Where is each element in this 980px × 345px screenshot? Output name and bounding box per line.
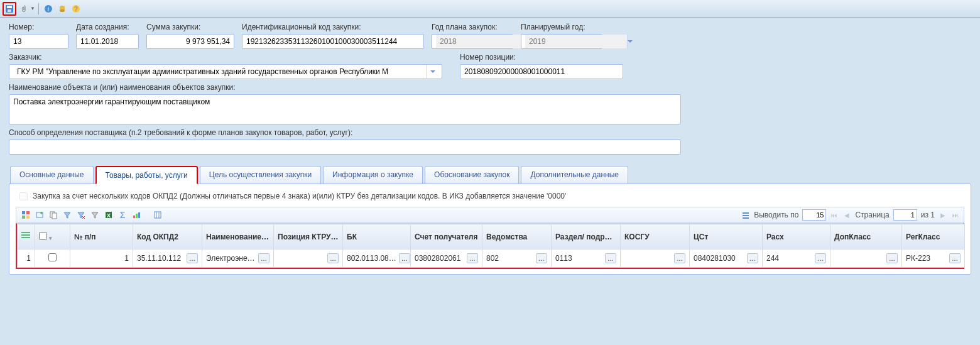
cell-vedom[interactable]: 802… <box>482 249 552 268</box>
okpd-multi-checkbox[interactable] <box>19 192 28 200</box>
col-chk[interactable]: ▾ <box>35 224 70 249</box>
col-dopklass[interactable]: ДопКласс <box>830 224 902 249</box>
input-supplier-method[interactable] <box>9 140 681 155</box>
col-ktru[interactable]: Позиция КТРУ ЕИС <box>274 224 343 249</box>
input-sum[interactable] <box>146 34 234 49</box>
input-date[interactable] <box>76 34 139 49</box>
field-date: Дата создания: <box>76 23 139 49</box>
field-number: Номер: <box>9 23 68 49</box>
input-position-no[interactable] <box>460 64 623 79</box>
row-checkbox[interactable] <box>48 253 57 261</box>
cell-ktru[interactable]: … <box>274 249 343 268</box>
cell-kosgu[interactable]: … <box>621 249 690 268</box>
lookup-button[interactable]: … <box>536 253 547 263</box>
chevron-down-icon[interactable] <box>427 65 438 79</box>
tab-info[interactable]: Информация о закупке <box>323 166 423 183</box>
svg-rect-26 <box>743 212 749 214</box>
col-account[interactable]: Счет получателя <box>411 224 482 249</box>
cell-chk[interactable] <box>35 249 70 268</box>
select-all-checkbox[interactable] <box>39 232 47 240</box>
tab-just[interactable]: Обоснование закупок <box>425 166 519 183</box>
menu-icon[interactable] <box>21 232 30 239</box>
cell-rasx[interactable]: 244… <box>763 249 830 268</box>
tab-purpose[interactable]: Цель осуществления закупки <box>200 166 321 183</box>
pager: Выводить по ⏮ ◀ Страница из 1 ▶ ⏭ <box>754 209 960 221</box>
col-razdel[interactable]: Раздел/ подраздел <box>552 224 621 249</box>
add-row-icon[interactable] <box>34 209 45 221</box>
svg-text:i: i <box>48 6 50 13</box>
columns-icon[interactable] <box>152 209 163 221</box>
tab-goods[interactable]: Товары, работы, услуги <box>95 166 198 184</box>
cell-regklass[interactable]: РК-223… <box>902 249 965 268</box>
filter-icon[interactable] <box>62 209 73 221</box>
input-ikz[interactable] <box>242 34 424 49</box>
attach-dropdown-icon[interactable]: ▼ <box>30 6 35 11</box>
svg-rect-27 <box>743 215 749 216</box>
lookup-button[interactable]: … <box>258 253 270 263</box>
col-rasx[interactable]: Расх <box>763 224 830 249</box>
pager-next-icon[interactable]: ▶ <box>939 211 947 219</box>
input-customer[interactable] <box>13 65 427 79</box>
funnel-icon[interactable] <box>89 209 101 221</box>
lookup-button[interactable]: … <box>399 253 410 263</box>
tab-extra[interactable]: Дополнительные данные <box>521 166 628 183</box>
cell-dopklass[interactable]: … <box>830 249 902 268</box>
info-button[interactable]: i <box>42 3 55 15</box>
svg-rect-28 <box>743 217 749 219</box>
col-kosgu[interactable]: КОСГУ <box>621 224 690 249</box>
lookup-button[interactable]: … <box>467 253 478 263</box>
cell-cst[interactable]: 0840281030… <box>690 249 763 268</box>
col-okpd2name[interactable]: Наименование ОКПД2 <box>202 224 274 249</box>
attach-button[interactable] <box>18 3 30 15</box>
svg-rect-21 <box>136 214 138 218</box>
col-npp[interactable]: № п/п <box>70 224 133 249</box>
col-okpd2[interactable]: Код ОКПД2 <box>133 224 202 249</box>
pager-page-input[interactable] <box>893 209 917 221</box>
lookup-button[interactable]: … <box>187 253 198 263</box>
table-row[interactable]: 1135.11.10.112…Электроэне………802.0113.08…… <box>18 249 965 268</box>
pager-showby-input[interactable] <box>802 209 826 221</box>
svg-rect-16 <box>52 213 57 219</box>
tree-icon[interactable] <box>20 209 31 221</box>
textarea-object-name[interactable]: Поставка электроэнергии гарантирующим по… <box>9 94 681 124</box>
data-grid: ▾№ п/пКод ОКПД2Наименование ОКПД2Позиция… <box>17 224 965 268</box>
lookup-button[interactable]: … <box>747 253 758 263</box>
copy-icon[interactable] <box>48 209 59 221</box>
col-bk[interactable]: БК <box>343 224 411 249</box>
pager-prev-icon[interactable]: ◀ <box>842 211 851 219</box>
db-button[interactable] <box>56 3 68 15</box>
cell-okpd2name[interactable]: Электроэне…… <box>202 249 274 268</box>
cell-razdel[interactable]: 0113… <box>552 249 621 268</box>
pager-last-icon[interactable]: ⏭ <box>951 211 960 219</box>
lookup-button[interactable]: … <box>949 253 961 263</box>
lookup-button[interactable]: … <box>674 253 685 263</box>
tab-main[interactable]: Основные данные <box>10 166 94 183</box>
pager-first-icon[interactable]: ⏮ <box>830 211 839 219</box>
col-vedom[interactable]: Ведомства <box>482 224 552 249</box>
cell-npp[interactable]: 1 <box>70 249 133 268</box>
save-button[interactable] <box>3 2 16 16</box>
col-menu[interactable] <box>18 224 35 249</box>
lookup-button[interactable]: … <box>327 253 339 263</box>
lookup-button[interactable]: … <box>605 253 616 263</box>
col-cst[interactable]: ЦСт <box>690 224 763 249</box>
lookup-button[interactable]: … <box>886 253 898 263</box>
cell-bk[interactable]: 802.0113.08…… <box>343 249 411 268</box>
sum-icon[interactable]: Σ <box>117 209 128 221</box>
combo-planned-year[interactable] <box>521 34 602 49</box>
chevron-down-icon[interactable] <box>627 35 633 48</box>
cell-account[interactable]: 03802802061… <box>411 249 482 268</box>
cell-okpd2[interactable]: 35.11.10.112… <box>133 249 202 268</box>
input-number[interactable] <box>9 34 68 49</box>
help-button[interactable]: ? <box>70 3 82 15</box>
settings-icon[interactable] <box>740 209 751 221</box>
col-regklass[interactable]: РегКласс <box>902 224 965 249</box>
filter-x-icon[interactable] <box>75 209 87 221</box>
chart-icon[interactable] <box>131 209 142 221</box>
combo-customer[interactable] <box>9 64 442 79</box>
lookup-button[interactable]: … <box>815 253 826 263</box>
cell-menu[interactable]: 1 <box>18 249 35 268</box>
svg-rect-2 <box>8 9 11 12</box>
excel-icon[interactable]: X <box>103 209 114 221</box>
combo-plan-year[interactable] <box>432 34 513 49</box>
